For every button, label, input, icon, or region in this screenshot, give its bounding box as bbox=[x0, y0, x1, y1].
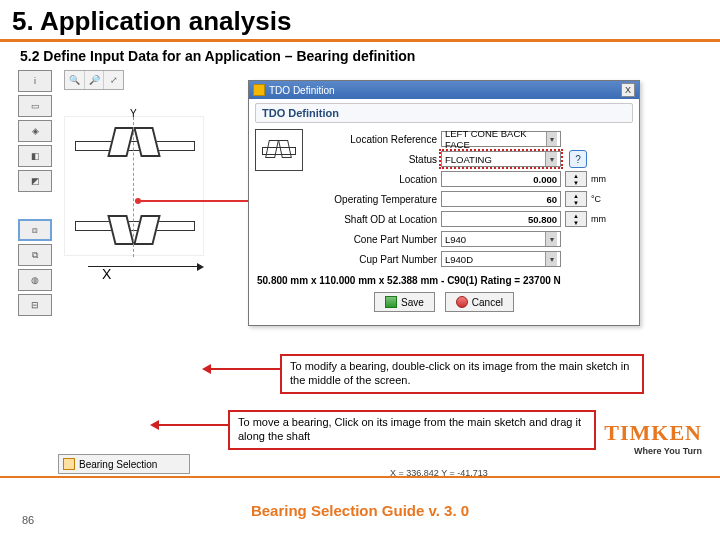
red-pointer-arrow-icon bbox=[138, 200, 258, 202]
cone-pn-label: Cone Part Number bbox=[309, 234, 437, 245]
status-label: Status bbox=[309, 154, 437, 165]
left-tool-palette: i ▭ ◈ ◧ ◩ ⧈ ⧉ ◍ ⊟ bbox=[18, 70, 56, 319]
palette-tool-3[interactable]: ◧ bbox=[18, 145, 52, 167]
x-axis-arrow-icon bbox=[88, 266, 198, 267]
location-ref-select[interactable]: LEFT CONE BACK FACE▾ bbox=[441, 131, 561, 147]
info-tool[interactable]: i bbox=[18, 70, 52, 92]
palette-tool-bearing-2[interactable]: ⧉ bbox=[18, 244, 52, 266]
palette-tool-bearing-tdo[interactable]: ⧈ bbox=[18, 219, 52, 241]
slide-subtitle: 5.2 Define Input Data for an Application… bbox=[0, 48, 720, 70]
bearing-type-thumb bbox=[255, 129, 303, 171]
shaft-od-stepper[interactable]: ▲▼ bbox=[565, 211, 587, 227]
tdo-definition-dialog: TDO Definition X TDO Definition Location… bbox=[248, 80, 640, 326]
op-temp-label: Operating Temperature bbox=[309, 194, 437, 205]
zoom-out-icon[interactable]: 🔎 bbox=[85, 71, 105, 89]
callout-arrow-icon bbox=[210, 368, 280, 370]
zoom-fit-icon[interactable]: ⤢ bbox=[104, 71, 123, 89]
cancel-button[interactable]: Cancel bbox=[445, 292, 514, 312]
location-input[interactable]: 0.000 bbox=[441, 171, 561, 187]
cone-pn-select[interactable]: L940▾ bbox=[441, 231, 561, 247]
palette-tool-4[interactable]: ◩ bbox=[18, 170, 52, 192]
op-temp-input[interactable]: 60 bbox=[441, 191, 561, 207]
footer-title: Bearing Selection Guide v. 3. 0 bbox=[0, 480, 720, 519]
chevron-down-icon[interactable]: ▾ bbox=[546, 132, 557, 146]
slide-footer: TIMKEN Where You Turn 86 Bearing Selecti… bbox=[0, 476, 720, 540]
x-axis-label: X bbox=[102, 266, 111, 282]
location-ref-label: Location Reference bbox=[309, 134, 437, 145]
op-temp-stepper[interactable]: ▲▼ bbox=[565, 191, 587, 207]
brand-tagline: Where You Turn bbox=[604, 446, 702, 456]
title-divider bbox=[0, 39, 720, 42]
save-icon bbox=[385, 296, 397, 308]
bearing-spec-line: 50.800 mm x 110.000 mm x 52.388 mm - C90… bbox=[249, 269, 639, 288]
dialog-section-title: TDO Definition bbox=[255, 103, 633, 123]
status-select[interactable]: FLOATING▾ bbox=[441, 151, 561, 167]
bearing-selection-button[interactable]: Bearing Selection bbox=[58, 454, 190, 474]
dialog-form: Location Reference LEFT CONE BACK FACE▾ … bbox=[309, 129, 633, 269]
chevron-down-icon[interactable]: ▾ bbox=[545, 152, 557, 166]
y-axis-label: Y bbox=[130, 108, 137, 119]
location-stepper[interactable]: ▲▼ bbox=[565, 171, 587, 187]
location-label: Location bbox=[309, 174, 437, 185]
app-screenshot-area: i ▭ ◈ ◧ ◩ ⧈ ⧉ ◍ ⊟ 🔍 🔎 ⤢ Y X TDO Definiti… bbox=[10, 70, 710, 460]
callout-move: To move a bearing, Click on its image fr… bbox=[228, 410, 596, 450]
zoom-toolbar: 🔍 🔎 ⤢ bbox=[64, 70, 124, 90]
help-icon[interactable]: ? bbox=[569, 150, 587, 168]
palette-tool-bearing-4[interactable]: ⊟ bbox=[18, 294, 52, 316]
brand-name: TIMKEN bbox=[604, 420, 702, 446]
dialog-app-icon bbox=[253, 84, 265, 96]
palette-tool-bearing-3[interactable]: ◍ bbox=[18, 269, 52, 291]
callout-modify: To modify a bearing, double-click on its… bbox=[280, 354, 644, 394]
save-button[interactable]: Save bbox=[374, 292, 435, 312]
shaft-od-label: Shaft OD at Location bbox=[309, 214, 437, 225]
chevron-down-icon[interactable]: ▾ bbox=[545, 252, 557, 266]
palette-tool-1[interactable]: ▭ bbox=[18, 95, 52, 117]
bearing-selection-icon bbox=[63, 458, 75, 470]
page-number: 86 bbox=[22, 514, 34, 526]
shaft-od-unit: mm bbox=[591, 214, 613, 224]
palette-tool-2[interactable]: ◈ bbox=[18, 120, 52, 142]
footer-divider bbox=[0, 476, 720, 478]
op-temp-unit: °C bbox=[591, 194, 613, 204]
location-unit: mm bbox=[591, 174, 613, 184]
shaft-od-input[interactable]: 50.800 bbox=[441, 211, 561, 227]
callout-arrow-icon bbox=[158, 424, 228, 426]
bearing-sketch[interactable] bbox=[64, 116, 204, 256]
slide-title: 5. Application analysis bbox=[0, 0, 720, 39]
chevron-down-icon[interactable]: ▾ bbox=[545, 232, 557, 246]
cup-pn-label: Cup Part Number bbox=[309, 254, 437, 265]
brand-logo: TIMKEN Where You Turn bbox=[604, 420, 702, 456]
cancel-icon bbox=[456, 296, 468, 308]
dialog-window-title: TDO Definition bbox=[269, 85, 335, 96]
dialog-titlebar[interactable]: TDO Definition X bbox=[249, 81, 639, 99]
cup-pn-select[interactable]: L940D▾ bbox=[441, 251, 561, 267]
zoom-in-icon[interactable]: 🔍 bbox=[65, 71, 85, 89]
close-icon[interactable]: X bbox=[621, 83, 635, 97]
